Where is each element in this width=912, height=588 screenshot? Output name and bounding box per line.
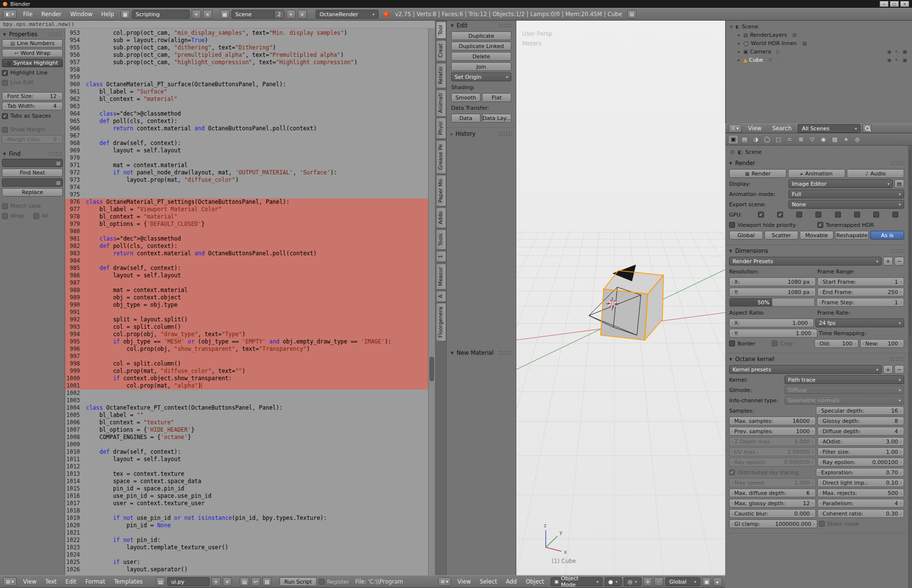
- code-line[interactable]: 1017 user = context.texture_user: [65, 500, 428, 507]
- panel-grip[interactable]: [890, 161, 904, 166]
- decrement-arrow-icon[interactable]: ‹: [819, 429, 823, 434]
- 3d-viewport[interactable]: x y z User Persp Meters (1) Cube: [516, 21, 725, 575]
- edit-btn-duplicate-linked[interactable]: Duplicate Linked: [451, 42, 511, 50]
- dimensions-check-crop[interactable]: Crop: [772, 339, 813, 348]
- octane-kernel-num-specular-depth[interactable]: ‹Specular depth:16›: [816, 406, 904, 415]
- increment-arrow-icon[interactable]: ›: [899, 449, 903, 454]
- increment-arrow-icon[interactable]: ›: [811, 418, 814, 423]
- new-text-button[interactable]: +: [211, 577, 221, 586]
- octane-kernel-num-gi-clamp[interactable]: ‹GI clamp:1000000.000›: [729, 519, 817, 528]
- increment-arrow-icon[interactable]: ›: [899, 480, 903, 485]
- octane-kernel-num-max-diffuse-depth[interactable]: ‹Max. diffuse depth:6›: [729, 489, 816, 497]
- code-editor-scrollbar[interactable]: [428, 28, 435, 575]
- code-line[interactable]: 997: [65, 353, 428, 360]
- menu-render[interactable]: Render: [37, 11, 66, 18]
- toolshelf-tab-tool[interactable]: Tool: [436, 21, 446, 39]
- octane-kernel-num-z-depth-max[interactable]: ‹Z-Depth max.:5.000›: [729, 437, 816, 446]
- render-btn-movable[interactable]: Movable: [800, 231, 834, 240]
- dimensions-num-y[interactable]: ‹Y:1080 px›: [729, 288, 816, 296]
- code-line[interactable]: 1009: [65, 441, 428, 448]
- text-datablock-field[interactable]: ui.py: [167, 577, 209, 586]
- menu-templates[interactable]: Templates: [109, 578, 147, 585]
- decrement-arrow-icon[interactable]: ‹: [819, 439, 823, 444]
- dimensions-num-x[interactable]: ‹X:1.000›: [729, 318, 814, 327]
- octane-kernel-num-aodist[interactable]: ‹AOdist:3.00›: [817, 437, 904, 446]
- match-case-checkbox[interactable]: Match case: [2, 202, 63, 210]
- run-script-button[interactable]: Run Script: [279, 577, 317, 586]
- code-line[interactable]: 968 def draw(self, context):: [65, 140, 428, 147]
- octane-kernel-num-max-samples[interactable]: ‹Max. samples:16000›: [729, 416, 816, 425]
- tabs-as-spaces-checkbox[interactable]: ✓Tabs as Spaces: [2, 112, 63, 120]
- code-line[interactable]: 1013 tex = context.texture: [65, 470, 428, 478]
- code-line[interactable]: 1000 if context.object.show_transparent:: [65, 375, 428, 382]
- history-panel-header[interactable]: ▸ History: [447, 129, 516, 139]
- close-button[interactable]: ×: [900, 1, 909, 7]
- code-line[interactable]: 962 bl_context = "material": [65, 96, 428, 103]
- code-line[interactable]: 965 def poll(cls, context):: [65, 118, 428, 125]
- code-line[interactable]: 1021: [65, 529, 428, 537]
- code-line[interactable]: 963: [65, 103, 428, 110]
- code-line[interactable]: 987: [65, 279, 428, 287]
- increment-arrow-icon[interactable]: ›: [899, 408, 903, 413]
- octane-kernel-num-diffuse-depth[interactable]: ‹Diffuse depth:4›: [817, 427, 904, 436]
- physics-tab[interactable]: ◎: [852, 135, 862, 144]
- decrement-arrow-icon[interactable]: ‹: [731, 490, 735, 495]
- code-line[interactable]: 957 sub.prop(oct_cam, "highlight_compres…: [65, 59, 428, 66]
- remove-preset-button[interactable]: −: [894, 257, 904, 266]
- editor-type-button[interactable]: ⊞▾: [438, 577, 451, 586]
- minimize-button[interactable]: ─: [880, 1, 888, 7]
- code-line[interactable]: 979 bl_options = {'DEFAULT_CLOSED'}: [65, 220, 428, 228]
- code-line[interactable]: 983 return context.material and OctaneBu…: [65, 250, 428, 257]
- toolshelf-tab-creat[interactable]: Creat: [436, 40, 446, 61]
- outliner-item-renderlayers[interactable]: ▸▤RenderLayers⊞: [726, 31, 912, 39]
- decrement-arrow-icon[interactable]: ‹: [817, 408, 821, 413]
- toolshelf-tab-measur[interactable]: Measur: [436, 263, 446, 290]
- edit-btn-join[interactable]: Join: [451, 62, 511, 71]
- panel-grip[interactable]: [48, 32, 62, 37]
- render-engine-select[interactable]: OctaneRender ▾: [316, 10, 379, 19]
- decrement-arrow-icon[interactable]: ‹: [819, 480, 823, 485]
- code-line[interactable]: 995 if obj_type == 'MESH' or (obj_type =…: [65, 338, 428, 345]
- octane-kernel-num-max-speed[interactable]: ‹Max speed:1.000›: [729, 478, 816, 487]
- code-line[interactable]: 977 bl_label = "Viewport Material Color": [65, 206, 428, 213]
- panel-header-edit[interactable]: ▼Edit: [447, 21, 516, 30]
- panel-grip[interactable]: [498, 131, 512, 136]
- decrement-arrow-icon[interactable]: ‹: [819, 501, 823, 506]
- code-line[interactable]: 980: [65, 228, 428, 235]
- code-line[interactable]: 1015 pin_id = space.pin_id: [65, 485, 428, 492]
- dimensions-num-end-frame[interactable]: ‹End Frame:250›: [817, 288, 904, 296]
- increment-arrow-icon[interactable]: ›: [812, 521, 816, 526]
- menu-window[interactable]: Window: [66, 11, 97, 18]
- code-line[interactable]: 961 bl_label = "Surface": [65, 88, 428, 96]
- code-line[interactable]: 1011 layout = self.layout: [65, 456, 428, 463]
- code-line[interactable]: 1004class OctaneTexture_PT_context(Octan…: [65, 404, 428, 412]
- render-check-tonemapped-hdr[interactable]: ✓Tonemapped HDR: [817, 220, 904, 229]
- editor-type-button[interactable]: ☰▾: [728, 124, 742, 133]
- show-margin-checkbox[interactable]: Show Margin: [2, 125, 63, 134]
- panel-grip[interactable]: [48, 151, 62, 156]
- increment-arrow-icon[interactable]: ›: [57, 104, 61, 109]
- outliner-item-scene[interactable]: ⊟◐Scene: [726, 23, 912, 31]
- dimensions-menu-render-presets[interactable]: Render Presets▾: [729, 257, 882, 266]
- replace-button[interactable]: Replace: [2, 188, 63, 196]
- decrement-arrow-icon[interactable]: ‹: [731, 521, 735, 526]
- code-line[interactable]: 967: [65, 132, 428, 140]
- increment-arrow-icon[interactable]: ›: [809, 320, 812, 325]
- edit-btn-smooth[interactable]: Smooth: [451, 93, 481, 102]
- render-check-item[interactable]: ✓: [752, 210, 770, 219]
- new-material-panel-header[interactable]: ▼ New Material: [447, 348, 516, 358]
- increment-arrow-icon[interactable]: ›: [811, 490, 814, 495]
- increment-arrow-icon[interactable]: ›: [811, 480, 814, 485]
- toolshelf-tab-floorgenera[interactable]: Floorgenera: [436, 303, 446, 342]
- search-button[interactable]: [862, 124, 872, 133]
- render-btn-global[interactable]: Global: [729, 231, 763, 240]
- code-line[interactable]: 1020 pin_id = None: [65, 522, 428, 529]
- code-line[interactable]: 972 if not panel_node_draw(layout, mat, …: [65, 169, 428, 176]
- code-line[interactable]: 991: [65, 309, 428, 316]
- panel-grip[interactable]: [890, 248, 904, 253]
- increment-arrow-icon[interactable]: ›: [811, 460, 814, 465]
- render-btn-audio[interactable]: ♪Audio: [847, 169, 904, 178]
- render-check-item[interactable]: [810, 210, 827, 219]
- tab-width-field[interactable]: ‹Tab Width:4›: [2, 102, 63, 110]
- panel-grip[interactable]: [498, 350, 512, 355]
